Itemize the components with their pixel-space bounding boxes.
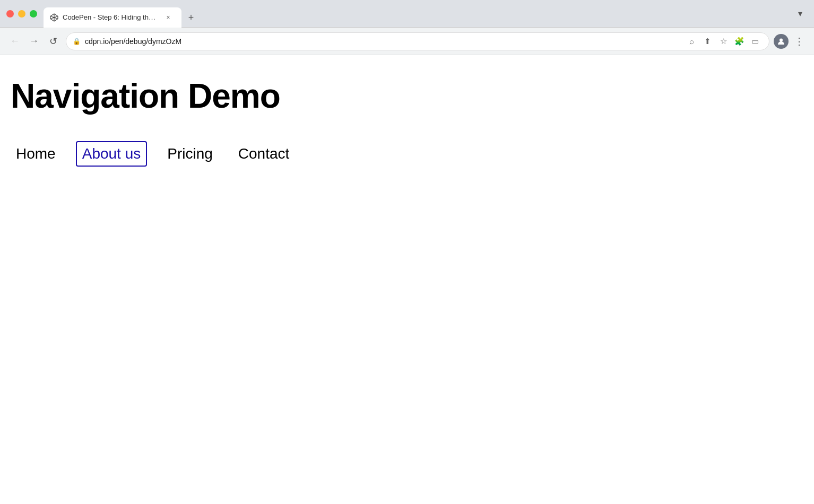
tabs-dropdown-button[interactable]: ▾ [793,6,808,21]
nav-item-about[interactable]: About us [76,141,148,167]
minimize-traffic-light[interactable] [18,10,25,18]
new-tab-button[interactable]: + [184,11,198,25]
url-display: cdpn.io/pen/debug/dymzOzM [85,37,680,46]
toolbar: ← → ↺ 🔒 cdpn.io/pen/debug/dymzOzM ⌕ ⬆ ☆ … [0,28,814,55]
nav-item-contact[interactable]: Contact [233,142,295,166]
page-content: Navigation Demo Home About us Pricing Co… [0,55,814,504]
nav-item-home[interactable]: Home [11,142,61,166]
lock-icon: 🔒 [73,38,81,45]
maximize-traffic-light[interactable] [30,10,37,18]
address-bar[interactable]: 🔒 cdpn.io/pen/debug/dymzOzM ⌕ ⬆ ☆ 🧩 ▭ [66,32,769,50]
tab-favicon [50,13,58,22]
sidebar-button[interactable]: ▭ [748,34,763,49]
traffic-lights [6,10,37,18]
forward-button[interactable]: → [25,33,42,50]
tab-label: CodePen - Step 6: Hiding the ... [63,13,159,21]
bookmark-button[interactable]: ☆ [716,34,731,49]
chrome-menu-button[interactable]: ⋮ [791,33,808,50]
reload-button[interactable]: ↺ [45,33,62,50]
navigation: Home About us Pricing Contact [11,141,803,167]
tab-strip: CodePen - Step 6: Hiding the ... × + [44,0,789,28]
titlebar-right: ▾ [793,6,808,21]
titlebar: CodePen - Step 6: Hiding the ... × + ▾ [0,0,814,28]
share-button[interactable]: ⬆ [700,34,715,49]
page-title: Navigation Demo [11,76,803,116]
active-tab[interactable]: CodePen - Step 6: Hiding the ... × [44,7,181,28]
profile-button[interactable] [774,34,789,49]
extensions-button[interactable]: 🧩 [732,34,747,49]
tab-close-button[interactable]: × [163,13,173,22]
nav-item-pricing[interactable]: Pricing [162,142,218,166]
back-button[interactable]: ← [6,33,23,50]
close-traffic-light[interactable] [6,10,14,18]
svg-point-4 [780,38,783,41]
address-bar-actions: ⌕ ⬆ ☆ 🧩 ▭ [684,34,763,49]
search-button[interactable]: ⌕ [684,34,699,49]
